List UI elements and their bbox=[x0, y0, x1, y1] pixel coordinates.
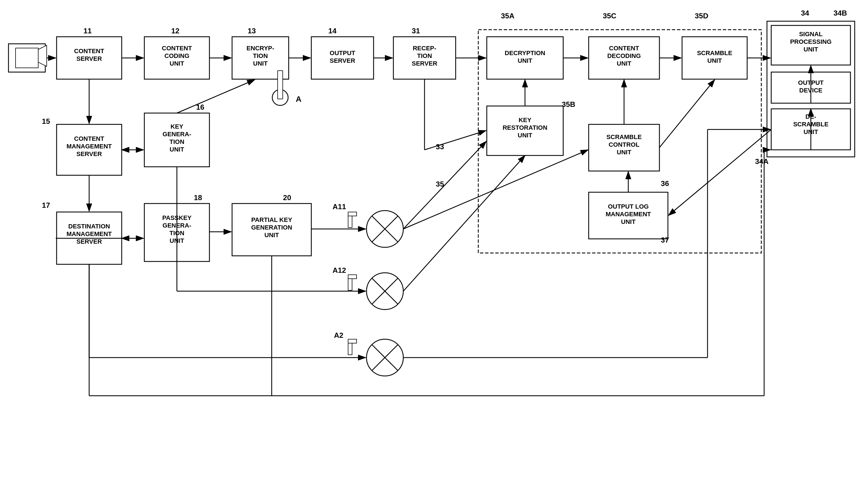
svg-rect-15 bbox=[771, 72, 850, 103]
svg-text:UNIT: UNIT bbox=[621, 218, 636, 225]
svg-text:35A: 35A bbox=[501, 11, 515, 20]
svg-text:36: 36 bbox=[661, 179, 669, 188]
svg-text:11: 11 bbox=[84, 27, 92, 35]
svg-text:16: 16 bbox=[196, 103, 204, 111]
svg-text:PARTIAL KEY: PARTIAL KEY bbox=[251, 216, 292, 223]
svg-rect-5 bbox=[57, 37, 122, 79]
svg-point-26 bbox=[272, 90, 288, 105]
svg-rect-2 bbox=[8, 44, 45, 72]
svg-text:UNIT: UNIT bbox=[169, 60, 184, 67]
svg-rect-12 bbox=[682, 37, 747, 79]
svg-text:UNIT: UNIT bbox=[518, 132, 532, 139]
svg-text:SERVER: SERVER bbox=[330, 57, 355, 64]
svg-text:35B: 35B bbox=[562, 100, 576, 108]
svg-text:CODING: CODING bbox=[164, 52, 189, 59]
svg-text:UNIT: UNIT bbox=[707, 57, 722, 64]
svg-text:CONTROL: CONTROL bbox=[609, 141, 640, 148]
svg-text:A: A bbox=[296, 95, 302, 103]
svg-text:SCRAMBLE: SCRAMBLE bbox=[607, 133, 642, 140]
svg-text:15: 15 bbox=[42, 117, 50, 126]
svg-text:ENCRYP-: ENCRYP- bbox=[247, 45, 274, 52]
svg-text:DECRYPTION: DECRYPTION bbox=[505, 49, 545, 57]
svg-text:TION: TION bbox=[169, 138, 185, 145]
svg-text:35C: 35C bbox=[603, 11, 616, 20]
diagram-container: A A11 A12 A2 bbox=[0, 0, 868, 478]
svg-text:37: 37 bbox=[661, 236, 669, 244]
svg-rect-32 bbox=[348, 275, 352, 290]
svg-text:SCRAMBLE: SCRAMBLE bbox=[793, 121, 829, 128]
svg-text:12: 12 bbox=[171, 27, 180, 35]
svg-line-75 bbox=[669, 130, 771, 215]
svg-text:MANAGEMENT: MANAGEMENT bbox=[606, 211, 651, 218]
svg-text:SERVER: SERVER bbox=[76, 150, 102, 158]
svg-line-71 bbox=[403, 150, 588, 229]
svg-rect-10 bbox=[487, 37, 563, 79]
svg-rect-19 bbox=[487, 106, 563, 156]
svg-text:35: 35 bbox=[436, 180, 444, 188]
svg-text:TION: TION bbox=[253, 52, 268, 59]
svg-text:RESTORATION: RESTORATION bbox=[503, 124, 547, 131]
svg-rect-16 bbox=[771, 109, 850, 150]
svg-text:RECEP-: RECEP- bbox=[413, 45, 436, 52]
svg-rect-30 bbox=[348, 212, 356, 216]
svg-line-58 bbox=[177, 80, 255, 113]
svg-text:TION: TION bbox=[169, 230, 185, 237]
svg-text:DECODING: DECODING bbox=[607, 52, 641, 59]
svg-rect-24 bbox=[589, 192, 668, 239]
svg-text:18: 18 bbox=[194, 193, 202, 202]
svg-rect-35 bbox=[348, 339, 352, 355]
svg-rect-17 bbox=[57, 124, 122, 175]
svg-text:OUTPUT LOG: OUTPUT LOG bbox=[608, 203, 649, 210]
svg-rect-7 bbox=[232, 37, 289, 79]
svg-text:OUTPUT: OUTPUT bbox=[798, 79, 824, 86]
svg-text:UNIT: UNIT bbox=[264, 232, 279, 239]
svg-text:DEVICE: DEVICE bbox=[799, 87, 823, 94]
svg-rect-6 bbox=[144, 37, 210, 79]
svg-rect-11 bbox=[589, 37, 659, 79]
svg-rect-9 bbox=[393, 37, 456, 79]
svg-text:34: 34 bbox=[801, 9, 809, 17]
svg-line-43 bbox=[372, 278, 398, 304]
svg-line-68 bbox=[425, 131, 486, 150]
svg-rect-3 bbox=[16, 48, 38, 68]
svg-text:34B: 34B bbox=[834, 9, 847, 17]
svg-text:34A: 34A bbox=[755, 157, 769, 166]
svg-text:UNIT: UNIT bbox=[518, 57, 532, 64]
svg-line-40 bbox=[372, 216, 398, 242]
svg-text:DESTINATION: DESTINATION bbox=[68, 223, 110, 230]
svg-text:SIGNAL: SIGNAL bbox=[799, 31, 823, 38]
svg-text:UNIT: UNIT bbox=[169, 237, 184, 244]
svg-marker-4 bbox=[38, 45, 47, 66]
svg-line-73 bbox=[659, 80, 715, 147]
svg-text:UNIT: UNIT bbox=[617, 60, 631, 67]
svg-rect-21 bbox=[57, 212, 122, 264]
svg-text:SERVER: SERVER bbox=[76, 238, 102, 245]
svg-point-44 bbox=[367, 339, 403, 376]
svg-text:33: 33 bbox=[436, 142, 444, 151]
svg-text:31: 31 bbox=[412, 27, 420, 35]
svg-text:CONTENT: CONTENT bbox=[74, 135, 104, 142]
svg-text:PROCESSING: PROCESSING bbox=[790, 38, 832, 45]
svg-text:UNIT: UNIT bbox=[804, 46, 818, 53]
svg-rect-14 bbox=[771, 26, 850, 65]
svg-text:UNIT: UNIT bbox=[804, 128, 818, 135]
svg-text:DE-: DE- bbox=[805, 113, 816, 120]
svg-text:UNIT: UNIT bbox=[253, 60, 268, 67]
svg-text:GENERA-: GENERA- bbox=[162, 131, 191, 138]
svg-text:SERVER: SERVER bbox=[412, 60, 437, 67]
svg-rect-27 bbox=[278, 71, 283, 99]
svg-rect-18 bbox=[144, 113, 210, 167]
svg-text:GENERA-: GENERA- bbox=[162, 222, 191, 229]
svg-text:OUTPUT: OUTPUT bbox=[330, 49, 355, 57]
svg-text:GENERATION: GENERATION bbox=[251, 224, 292, 231]
svg-rect-23 bbox=[232, 204, 311, 256]
svg-rect-20 bbox=[589, 124, 659, 171]
svg-text:UNIT: UNIT bbox=[617, 149, 631, 156]
svg-line-42 bbox=[372, 278, 398, 304]
diagram-svg: A A11 A12 A2 bbox=[0, 0, 868, 478]
svg-text:MANAGEMENT: MANAGEMENT bbox=[66, 143, 112, 150]
svg-text:A2: A2 bbox=[334, 331, 343, 340]
svg-text:CONTENT: CONTENT bbox=[162, 45, 192, 52]
svg-text:17: 17 bbox=[42, 201, 50, 209]
svg-text:SERVER: SERVER bbox=[76, 55, 102, 62]
